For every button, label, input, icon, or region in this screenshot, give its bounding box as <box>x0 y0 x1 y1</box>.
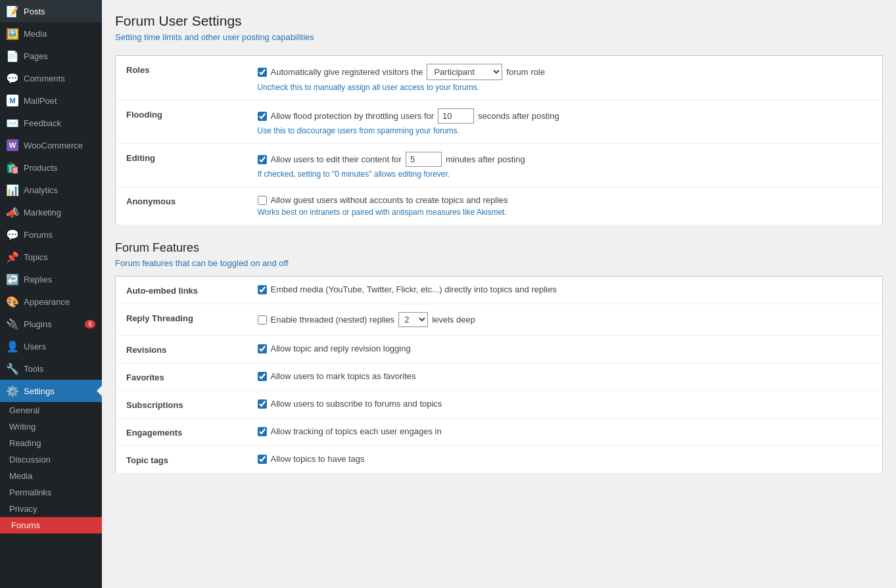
setting-label-editing: Editing <box>116 144 247 187</box>
roles-select[interactable]: Participant Moderator Keymaster Blocked <box>427 64 502 80</box>
feedback-icon: ✉️ <box>7 117 18 129</box>
sidebar-item-products[interactable]: 🛍️ Products <box>0 156 102 179</box>
mailpoet-icon: M <box>7 95 18 106</box>
sidebar-item-comments[interactable]: 💬 Comments <box>0 67 102 89</box>
page-title: Forum User Settings <box>115 13 883 29</box>
flooding-helper: Use this to discourage users from spammi… <box>258 126 872 135</box>
flooding-checkbox[interactable] <box>258 112 267 121</box>
sidebar-item-plugins[interactable]: 🔌 Plugins 6 <box>0 313 102 335</box>
submenu-reading[interactable]: Reading <box>0 435 102 451</box>
setting-content-flooding: Allow flood protection by throttling use… <box>247 101 883 144</box>
sidebar-item-label: Comments <box>24 74 65 83</box>
table-row-anonymous: Anonymous Allow guest users without acco… <box>116 187 883 225</box>
setting-label-reply-threading: Reply Threading <box>116 304 247 336</box>
flooding-input[interactable] <box>438 108 474 124</box>
auto-embed-checkbox[interactable] <box>258 285 267 294</box>
sidebar-item-appearance[interactable]: 🎨 Appearance <box>0 290 102 313</box>
sidebar-item-label: WooCommerce <box>24 141 83 150</box>
flooding-text-after: seconds after posting <box>478 111 559 121</box>
setting-label-flooding: Flooding <box>116 101 247 144</box>
table-row-engagements: Engagements Allow tracking of topics eac… <box>116 418 883 446</box>
submenu-media[interactable]: Media <box>0 468 102 484</box>
sidebar-item-label: Marketing <box>24 208 61 217</box>
engagements-text: Allow tracking of topics each user engag… <box>271 426 442 436</box>
sidebar-item-forums[interactable]: 💬 Forums <box>0 223 102 246</box>
sidebar-item-label: Tools <box>24 364 43 374</box>
setting-label-roles: Roles <box>116 56 247 101</box>
topic-tags-checkbox[interactable] <box>258 455 267 464</box>
topics-icon: 📌 <box>7 251 18 263</box>
woocommerce-icon: W <box>7 139 18 151</box>
sidebar-item-label: Users <box>24 342 46 351</box>
table-row-auto-embed: Auto-embed links Embed media (YouTube, T… <box>116 277 883 304</box>
table-row-flooding: Flooding Allow flood protection by throt… <box>116 101 883 144</box>
submenu-permalinks[interactable]: Permalinks <box>0 484 102 501</box>
editing-text-before: Allow users to edit their content for <box>271 154 402 164</box>
favorites-checkbox[interactable] <box>258 372 267 381</box>
setting-content-subscriptions: Allow users to subscribe to forums and t… <box>247 391 883 418</box>
editing-helper: If checked, setting to "0 minutes" allow… <box>258 170 872 179</box>
submenu-forums[interactable]: Forums <box>0 517 102 533</box>
marketing-icon: 📣 <box>7 206 18 218</box>
setting-content-anonymous: Allow guest users without accounts to cr… <box>247 187 883 225</box>
roles-checkbox[interactable] <box>258 68 267 77</box>
anonymous-checkbox[interactable] <box>258 196 267 205</box>
features-table: Auto-embed links Embed media (YouTube, T… <box>115 276 883 474</box>
sidebar-item-media[interactable]: 🖼️ Media <box>0 22 102 45</box>
sidebar-item-woocommerce[interactable]: W WooCommerce <box>0 134 102 156</box>
setting-content-engagements: Allow tracking of topics each user engag… <box>247 418 883 446</box>
table-row-topic-tags: Topic tags Allow topics to have tags <box>116 446 883 474</box>
page-subtitle: Setting time limits and other user posti… <box>115 32 883 42</box>
sidebar-item-settings[interactable]: ⚙️ Settings <box>0 380 102 402</box>
setting-label-engagements: Engagements <box>116 418 247 446</box>
subscriptions-checkbox[interactable] <box>258 399 267 409</box>
reply-threading-checkbox[interactable] <box>258 315 267 325</box>
anonymous-text: Allow guest users without accounts to cr… <box>271 195 508 205</box>
setting-content-topic-tags: Allow topics to have tags <box>247 446 883 474</box>
submenu-writing[interactable]: Writing <box>0 418 102 435</box>
flooding-text-before: Allow flood protection by throttling use… <box>271 111 435 121</box>
sidebar-item-marketing[interactable]: 📣 Marketing <box>0 201 102 223</box>
media-icon: 🖼️ <box>7 28 18 39</box>
forums-icon: 💬 <box>7 229 18 240</box>
sidebar-item-analytics[interactable]: 📊 Analytics <box>0 179 102 201</box>
roles-text-after: forum role <box>506 67 545 77</box>
setting-label-auto-embed: Auto-embed links <box>116 277 247 304</box>
sidebar-item-label: Plugins <box>24 319 52 329</box>
sidebar: 📝 Posts 🖼️ Media 📄 Pages 💬 Comments M Ma… <box>0 0 102 588</box>
sidebar-item-label: Posts <box>24 7 45 16</box>
table-row-roles: Roles Automatically give registered visi… <box>116 56 883 101</box>
features-subtitle: Forum features that can be toggled on an… <box>115 258 883 268</box>
table-row-editing: Editing Allow users to edit their conten… <box>116 144 883 187</box>
products-icon: 🛍️ <box>7 162 18 173</box>
editing-checkbox[interactable] <box>258 155 267 164</box>
favorites-text: Allow users to mark topics as favorites <box>271 371 416 381</box>
settings-icon: ⚙️ <box>7 385 18 397</box>
engagements-checkbox[interactable] <box>258 427 267 436</box>
setting-label-subscriptions: Subscriptions <box>116 391 247 418</box>
sidebar-item-pages[interactable]: 📄 Pages <box>0 45 102 67</box>
setting-label-topic-tags: Topic tags <box>116 446 247 474</box>
revisions-checkbox[interactable] <box>258 344 267 353</box>
setting-content-reply-threading: Enable threaded (nested) replies 2345 67… <box>247 304 883 336</box>
sidebar-item-users[interactable]: 👤 Users <box>0 335 102 357</box>
editing-input[interactable] <box>406 152 442 167</box>
sidebar-item-label: Topics <box>24 252 48 262</box>
user-settings-table: Roles Automatically give registered visi… <box>115 55 883 225</box>
sidebar-item-posts[interactable]: 📝 Posts <box>0 0 102 22</box>
sidebar-item-mailpoet[interactable]: M MailPoet <box>0 89 102 112</box>
sidebar-item-tools[interactable]: 🔧 Tools <box>0 357 102 380</box>
reply-threading-select[interactable]: 2345 678910 <box>398 312 428 327</box>
reply-threading-text-after: levels deep <box>432 315 475 325</box>
sidebar-item-replies[interactable]: ↩️ Replies <box>0 268 102 290</box>
submenu-discussion[interactable]: Discussion <box>0 451 102 468</box>
appearance-icon: 🎨 <box>7 296 18 307</box>
submenu-general[interactable]: General <box>0 402 102 418</box>
reply-threading-text-before: Enable threaded (nested) replies <box>271 315 395 325</box>
sidebar-item-label: Analytics <box>24 185 58 195</box>
subscriptions-text: Allow users to subscribe to forums and t… <box>271 399 442 409</box>
sidebar-item-feedback[interactable]: ✉️ Feedback <box>0 112 102 134</box>
sidebar-item-topics[interactable]: 📌 Topics <box>0 246 102 268</box>
sidebar-item-label: Pages <box>24 51 48 61</box>
submenu-privacy[interactable]: Privacy <box>0 501 102 517</box>
